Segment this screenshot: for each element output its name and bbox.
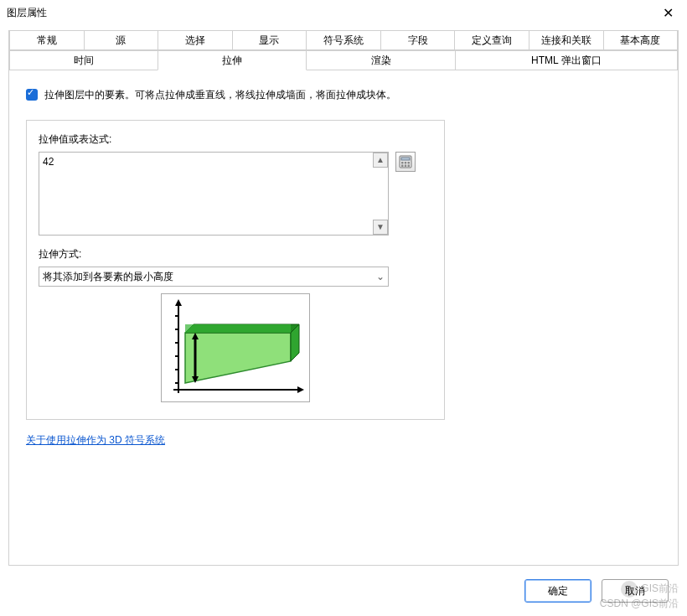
- scroll-down-icon[interactable]: ▼: [373, 220, 388, 235]
- chevron-down-icon: ⌄: [376, 271, 385, 282]
- dialog-button-bar: 确定 取消: [0, 576, 687, 606]
- tab-row-1: 常规 源 选择 显示 符号系统 字段 定义查询 连接和关联 基本高度: [9, 30, 678, 50]
- help-link-3d-symbology[interactable]: 关于使用拉伸作为 3D 符号系统: [26, 433, 165, 448]
- tab-baseheight[interactable]: 基本高度: [603, 31, 679, 50]
- svg-marker-21: [185, 324, 291, 333]
- tab-defquery[interactable]: 定义查询: [454, 31, 529, 50]
- svg-rect-2: [401, 162, 404, 164]
- close-icon[interactable]: ✕: [656, 5, 680, 21]
- tab-display[interactable]: 显示: [232, 31, 307, 50]
- svg-rect-1: [401, 158, 410, 160]
- extrusion-method-select[interactable]: 将其添加到各要素的最小高度 ⌄: [39, 267, 389, 287]
- tab-row-2: 时间 拉伸 渲染 HTML 弹出窗口: [9, 50, 678, 70]
- ok-button[interactable]: 确定: [524, 579, 591, 603]
- extrusion-method-value: 将其添加到各要素的最小高度: [43, 270, 173, 284]
- svg-rect-4: [408, 162, 411, 164]
- tab-extrusion[interactable]: 拉伸: [158, 50, 307, 70]
- tab-joins[interactable]: 连接和关联: [529, 31, 604, 50]
- tab-htmlpopup[interactable]: HTML 弹出窗口: [455, 50, 678, 70]
- tab-selection[interactable]: 选择: [158, 31, 233, 50]
- tab-general[interactable]: 常规: [9, 31, 85, 50]
- expression-builder-button[interactable]: [395, 152, 416, 172]
- tab-symbology[interactable]: 符号系统: [306, 31, 381, 50]
- extrusion-diagram: [161, 293, 310, 402]
- tab-rendering[interactable]: 渲染: [306, 50, 455, 70]
- window-title: 图层属性: [7, 6, 656, 20]
- dialog-content: 常规 源 选择 显示 符号系统 字段 定义查询 连接和关联 基本高度 时间 拉伸…: [8, 30, 679, 566]
- svg-marker-10: [175, 299, 182, 306]
- cancel-button[interactable]: 取消: [602, 579, 669, 603]
- extrusion-method-label: 拉伸方式:: [39, 247, 432, 261]
- title-bar: 图层属性 ✕: [0, 0, 687, 25]
- scroll-up-icon[interactable]: ▲: [373, 153, 388, 168]
- extrusion-settings-panel: 拉伸值或表达式: 42 ▲ ▼ 拉伸方式: 将其: [26, 120, 445, 420]
- expression-textbox[interactable]: 42 ▲ ▼: [39, 152, 389, 236]
- svg-rect-7: [408, 165, 411, 168]
- expression-label: 拉伸值或表达式:: [39, 132, 432, 147]
- svg-rect-5: [401, 165, 404, 168]
- tab-body-extrusion: 拉伸图层中的要素。可将点拉伸成垂直线，将线拉伸成墙面，将面拉伸成块体。 拉伸值或…: [9, 70, 678, 456]
- svg-rect-3: [405, 162, 407, 164]
- tab-time[interactable]: 时间: [9, 50, 158, 70]
- svg-rect-6: [405, 165, 407, 168]
- extrude-checkbox-label: 拉伸图层中的要素。可将点拉伸成垂直线，将线拉伸成墙面，将面拉伸成块体。: [44, 87, 396, 103]
- tab-fields[interactable]: 字段: [380, 31, 456, 50]
- extrude-checkbox-row: 拉伸图层中的要素。可将点拉伸成垂直线，将线拉伸成墙面，将面拉伸成块体。: [26, 87, 661, 103]
- calculator-icon: [399, 155, 412, 168]
- expression-value: 42: [43, 156, 54, 168]
- svg-marker-11: [297, 386, 304, 393]
- svg-marker-18: [185, 333, 291, 383]
- tab-source[interactable]: 源: [84, 31, 159, 50]
- extrude-enable-checkbox[interactable]: [26, 89, 38, 101]
